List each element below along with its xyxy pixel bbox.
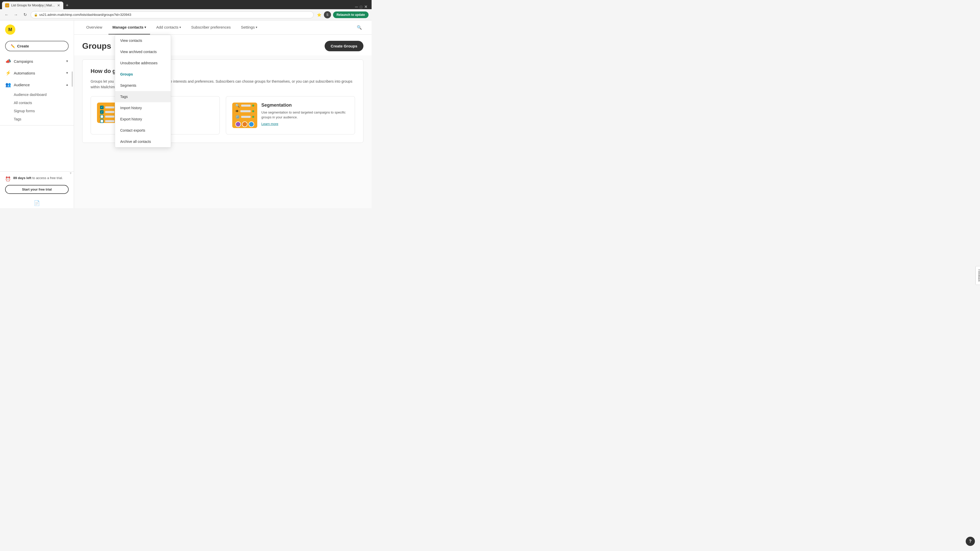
sidebar-scroll-indicator: [72, 71, 73, 87]
dropdown-item-unsubscribe-addresses[interactable]: Unsubscribe addresses: [115, 57, 171, 68]
main-content: Overview Manage contacts ▾ Add contacts …: [74, 21, 372, 208]
forward-button[interactable]: →: [12, 11, 19, 18]
segmentation-text-block: Segmentation Use segmentation to send ta…: [261, 103, 348, 126]
audience-icon: 👥: [5, 82, 11, 87]
chevron-up-icon: ▲: [65, 83, 68, 86]
tab-settings[interactable]: Settings ▾: [237, 21, 261, 35]
trial-info: ⏰ 89 days left to access a free trial.: [5, 176, 68, 182]
clock-icon: ⏰: [5, 176, 11, 182]
campaigns-icon: 📣: [5, 59, 11, 64]
checkbox-4: [100, 119, 103, 123]
segmentation-text: Use segmentation to send targeted campai…: [261, 110, 348, 120]
tab-bar: 🐵 List Groups for Moodjoy | Mailc... ✕ +…: [0, 0, 372, 9]
dropdown-item-archive-all-contacts[interactable]: Archive all contacts: [115, 136, 171, 147]
create-groups-button[interactable]: Create Groups: [325, 41, 363, 51]
learn-more-link[interactable]: Learn more: [261, 122, 278, 126]
checkbox-2: ✓: [100, 110, 103, 114]
close-window-button[interactable]: ✕: [364, 4, 368, 9]
sidebar-footer-icon: 📄: [0, 198, 74, 208]
sidebar-item-audience[interactable]: 👥 Audience ▲: [0, 79, 74, 91]
search-button[interactable]: 🔍: [355, 24, 363, 32]
new-tab-button[interactable]: +: [63, 2, 71, 9]
settings-chevron-icon: ▾: [256, 25, 257, 29]
automations-icon: ⚡: [5, 70, 11, 76]
avatar-3: [248, 121, 254, 127]
manage-contacts-dropdown: View contacts View archived contacts Uns…: [115, 35, 171, 148]
create-button[interactable]: ✏️ Create: [5, 41, 68, 51]
app-container: M ✏️ Create 📣 Campaigns ▼ ⚡ Automations …: [0, 21, 372, 208]
nav-bar: ← → ↻ 🔒 us21.admin.mailchimp.com/lists/d…: [0, 9, 372, 21]
segmentation-title: Segmentation: [261, 103, 348, 108]
bookmark-button[interactable]: ⭐: [316, 11, 323, 18]
trial-text: 89 days left to access a free trial.: [13, 176, 63, 180]
sidebar-bottom: ⏰ 89 days left to access a free trial. S…: [0, 171, 74, 198]
avatar-2: [242, 121, 248, 127]
checkbox-1: ✓: [100, 106, 103, 109]
svg-text:M: M: [8, 27, 12, 32]
sidebar-sub-item-all-contacts[interactable]: All contacts: [0, 99, 74, 107]
add-contacts-chevron-icon: ▾: [180, 25, 181, 29]
extensions-button[interactable]: S: [324, 11, 331, 18]
chevron-down-icon: ▼: [65, 71, 68, 75]
minimize-button[interactable]: ─: [355, 5, 358, 9]
dropdown-scroll: View contacts View archived contacts Uns…: [115, 35, 171, 147]
dropdown-item-export-history[interactable]: Export history: [115, 114, 171, 125]
sidebar-sub-item-signup-forms[interactable]: Signup forms: [0, 107, 74, 115]
dropdown-menu: View contacts View archived contacts Uns…: [115, 35, 171, 148]
refresh-button[interactable]: ↻: [21, 11, 29, 18]
scroll-down-indicator: ▼: [69, 171, 72, 175]
free-trial-button[interactable]: Start your free trial: [5, 185, 68, 194]
dropdown-item-view-contacts[interactable]: View contacts: [115, 35, 171, 46]
relaunch-button[interactable]: Relaunch to update: [333, 11, 369, 18]
nav-icons: ⭐ S: [316, 11, 331, 18]
dropdown-item-view-archived-contacts[interactable]: View archived contacts: [115, 46, 171, 57]
maximize-button[interactable]: □: [360, 5, 362, 9]
groups-card-illustration: ✓ ✓: [97, 103, 118, 123]
dropdown-item-groups[interactable]: Groups: [115, 68, 171, 80]
top-nav: Overview Manage contacts ▾ Add contacts …: [74, 21, 372, 35]
tab-subscriber-preferences[interactable]: Subscriber preferences: [187, 21, 235, 35]
sidebar-nav: 📣 Campaigns ▼ ⚡ Automations ▼ 👥 Audience…: [0, 56, 74, 171]
tab-add-contacts[interactable]: Add contacts ▾: [152, 21, 185, 35]
sidebar: M ✏️ Create 📣 Campaigns ▼ ⚡ Automations …: [0, 21, 74, 208]
sidebar-item-campaigns[interactable]: 📣 Campaigns ▼: [0, 56, 74, 67]
active-tab[interactable]: 🐵 List Groups for Moodjoy | Mailc... ✕: [2, 2, 63, 9]
sidebar-header: M: [0, 21, 74, 39]
avatar-1: [235, 121, 241, 127]
back-button[interactable]: ←: [3, 11, 10, 18]
dropdown-item-import-history[interactable]: Import history: [115, 102, 171, 114]
dropdown-item-segments[interactable]: Segments: [115, 80, 171, 91]
manage-contacts-chevron-icon: ▾: [145, 25, 146, 29]
sidebar-sub-item-audience-dashboard[interactable]: Audience dashboard: [0, 91, 74, 99]
mailchimp-logo: M: [5, 24, 15, 35]
tab-favicon: 🐵: [5, 3, 9, 7]
tab-title: List Groups for Moodjoy | Mailc...: [11, 3, 55, 7]
checkbox-3: [100, 115, 103, 118]
tab-close-button[interactable]: ✕: [57, 3, 60, 7]
sidebar-item-automations[interactable]: ⚡ Automations ▼: [0, 67, 74, 79]
sidebar-divider: [0, 125, 74, 125]
chevron-down-icon: ▼: [65, 59, 68, 63]
address-text: us21.admin.mailchimp.com/lists/dashboard…: [39, 13, 131, 17]
feature-card-segmentation: 🔍 👁 ⚙️: [226, 96, 355, 135]
tab-manage-contacts[interactable]: Manage contacts ▾: [108, 21, 150, 35]
address-bar[interactable]: 🔒 us21.admin.mailchimp.com/lists/dashboa…: [30, 11, 313, 18]
segmentation-illustration: 🔍 👁 ⚙️: [232, 103, 257, 128]
tab-overview[interactable]: Overview: [82, 21, 107, 35]
pencil-icon: ✏️: [11, 44, 15, 48]
dropdown-item-tags[interactable]: Tags: [115, 91, 171, 102]
sidebar-sub-item-tags[interactable]: Tags: [0, 115, 74, 123]
page-icon: 📄: [34, 200, 40, 206]
dropdown-item-contact-exports[interactable]: Contact exports: [115, 125, 171, 136]
